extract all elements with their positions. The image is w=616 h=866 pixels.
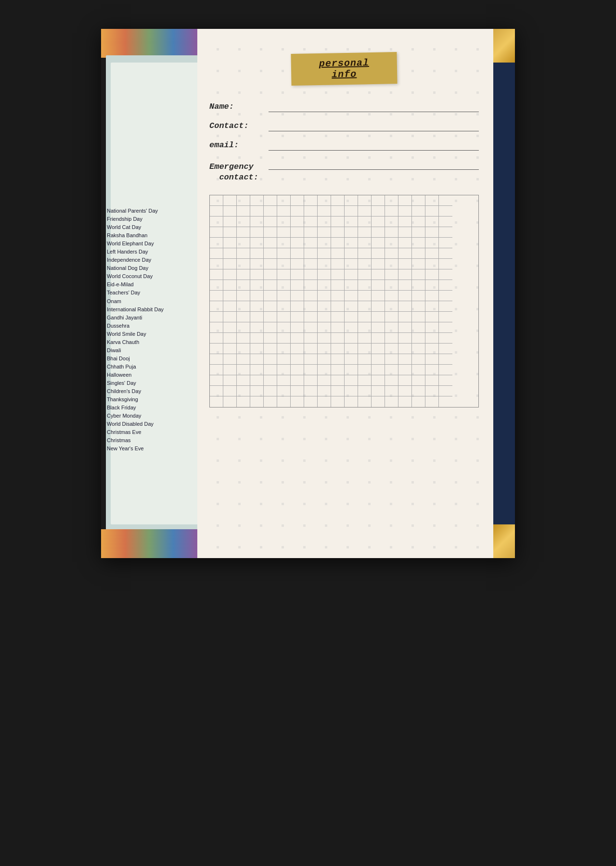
grid-cell <box>304 291 318 301</box>
grid-cell <box>277 216 291 227</box>
grid-cell <box>223 301 237 312</box>
grid-cell <box>425 354 439 365</box>
grid-cell <box>237 269 250 280</box>
grid-cell <box>250 312 264 322</box>
grid-cell <box>358 216 372 227</box>
list-item: Black Friday <box>107 404 195 412</box>
grid-cell <box>345 291 358 301</box>
grid-cell <box>345 344 358 354</box>
grid-cell <box>385 238 398 248</box>
grid-cell <box>304 248 318 259</box>
grid-cell <box>304 216 318 227</box>
grid-cell <box>345 206 358 216</box>
grid-cell <box>250 195 264 206</box>
grid-cell <box>250 291 264 301</box>
grid-cell <box>223 344 237 354</box>
grid-cell <box>264 322 277 333</box>
grid-cell <box>250 206 264 216</box>
grid-cell <box>398 322 412 333</box>
grid-cell <box>291 375 304 386</box>
list-item: Karva Chauth <box>107 338 195 346</box>
grid-cell <box>223 322 237 333</box>
grid-cell <box>425 375 439 386</box>
grid-row <box>210 354 478 365</box>
grid-cell <box>291 386 304 396</box>
grid-cell <box>291 365 304 375</box>
grid-cell <box>223 195 237 206</box>
grid-cell <box>372 375 385 386</box>
grid-cell <box>385 375 398 386</box>
grid-cell <box>223 238 237 248</box>
grid-cell <box>439 333 452 344</box>
grid-cell <box>291 333 304 344</box>
grid-cell <box>412 291 425 301</box>
grid-row <box>210 365 478 375</box>
grid-cell <box>318 259 331 269</box>
grid-cell <box>210 386 223 396</box>
grid-cell <box>304 259 318 269</box>
grid-cell <box>304 269 318 280</box>
grid-cell <box>331 206 345 216</box>
grid-cell <box>331 269 345 280</box>
grid-cell <box>291 238 304 248</box>
grid-cell <box>345 227 358 238</box>
grid-cell <box>412 280 425 291</box>
grid-cell <box>277 365 291 375</box>
grid-cell <box>223 291 237 301</box>
grid-cell <box>412 365 425 375</box>
email-field: email: <box>209 140 479 151</box>
grid-cell <box>345 375 358 386</box>
grid-cell <box>345 354 358 365</box>
list-item: Dussehra <box>107 322 195 330</box>
grid-cell <box>412 344 425 354</box>
book-container: National Parents' DayFriendship DayWorld… <box>101 29 515 558</box>
grid-cell <box>412 227 425 238</box>
list-item: Diwali <box>107 346 195 355</box>
list-item: New Year's Eve <box>107 445 195 453</box>
content-area: personal info Name: Contact: email: <box>197 29 493 558</box>
grid-cell <box>412 238 425 248</box>
grid-cell <box>237 227 250 238</box>
grid-cell <box>277 238 291 248</box>
grid-cell <box>277 354 291 365</box>
grid-row <box>210 396 478 407</box>
grid-cell <box>291 291 304 301</box>
grid-cell <box>358 269 372 280</box>
grid-cell <box>237 248 250 259</box>
grid-cell <box>223 216 237 227</box>
contact-line <box>269 121 479 131</box>
list-item: Thanksgiving <box>107 395 195 404</box>
grid-cell <box>264 333 277 344</box>
list-item: World Elephant Day <box>107 240 195 248</box>
grid-cell <box>372 248 385 259</box>
grid-cell <box>425 238 439 248</box>
grid-cell <box>385 344 398 354</box>
grid-cell <box>210 344 223 354</box>
grid-cell <box>250 248 264 259</box>
grid-cell <box>318 386 331 396</box>
grid-cell <box>304 312 318 322</box>
grid-cell <box>237 280 250 291</box>
list-item: Christmas Eve <box>107 428 195 436</box>
grid-cell <box>264 227 277 238</box>
grid-cell <box>291 269 304 280</box>
grid-cell <box>331 354 345 365</box>
grid-cell <box>210 333 223 344</box>
grid-cell <box>237 195 250 206</box>
grid-cell <box>237 312 250 322</box>
grid-cell <box>372 291 385 301</box>
grid-cell <box>291 248 304 259</box>
grid-cell <box>223 354 237 365</box>
grid-cell <box>345 238 358 248</box>
grid-cell <box>318 333 331 344</box>
grid-cell <box>412 396 425 407</box>
grid-cell <box>318 195 331 206</box>
grid-cell <box>372 301 385 312</box>
grid-cell <box>398 206 412 216</box>
grid-cell <box>318 301 331 312</box>
grid-cell <box>398 301 412 312</box>
grid-cell <box>358 365 372 375</box>
grid-cell <box>264 312 277 322</box>
grid-row <box>210 206 478 216</box>
grid-cell <box>345 312 358 322</box>
